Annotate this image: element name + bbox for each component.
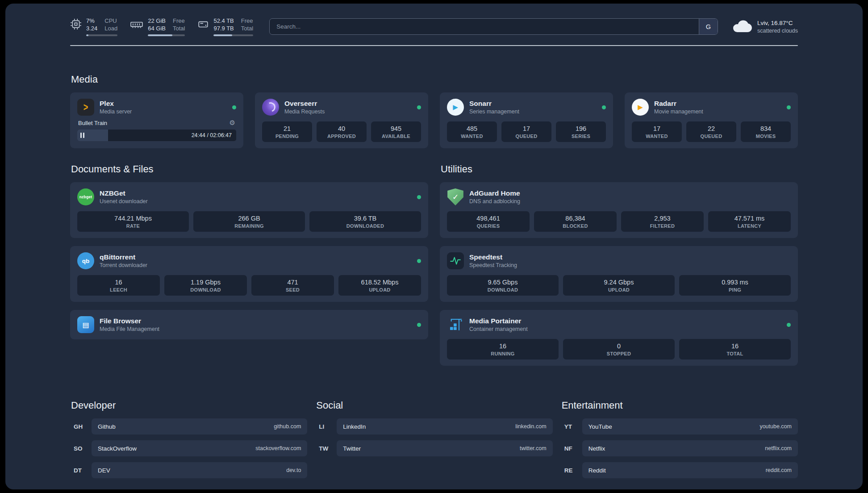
weather-widget: Lviv, 16.87°C scattered clouds (731, 19, 798, 35)
service-name: Media Portainer (469, 317, 528, 325)
qbittorrent-icon: qb (77, 252, 94, 269)
stat-block: 9.65 GbpsDOWNLOAD (447, 275, 559, 296)
service-card-speedtest[interactable]: Speedtest Speedtest Tracking 9.65 GbpsDO… (440, 246, 798, 302)
bookmark-abbr: LI (315, 423, 337, 430)
plex-now-playing: Bullet Train ⚙ 24:44 / 02:06:47 (77, 118, 236, 141)
bookmark-abbr: SO (70, 445, 92, 452)
service-name: Plex (100, 100, 132, 108)
bookmark-link-dev[interactable]: DEV dev.to (92, 462, 307, 478)
cpu-load-label: Load (104, 25, 117, 32)
service-desc: Series management (469, 109, 519, 115)
bookmark-group-developer: Developer GH Github github.com SO StackO… (70, 400, 307, 484)
bookmark-row: LI LinkedIn linkedin.com (315, 418, 552, 435)
bookmark-link-github[interactable]: Github github.com (92, 418, 307, 435)
service-card-adguard[interactable]: ✓ AdGuard Home DNS and adblocking 498,46… (440, 182, 798, 238)
service-card-sonarr[interactable]: ▶ Sonarr Series management 485WANTED 17Q… (440, 92, 613, 148)
memory-usage-bar (148, 34, 185, 36)
disk-usage-bar (213, 34, 253, 36)
stat-block: 0.993 msPING (679, 275, 791, 296)
service-name: Sonarr (469, 100, 519, 108)
bookmark-link-linkedin[interactable]: LinkedIn linkedin.com (337, 418, 552, 435)
service-card-overseerr[interactable]: Overseerr Media Requests 21PENDING 40APP… (255, 92, 428, 148)
bookmark-row: TW Twitter twitter.com (315, 440, 552, 456)
stat-block: 0STOPPED (563, 339, 675, 359)
stat-block: 498,461QUERIES (447, 211, 530, 232)
bookmark-abbr: GH (70, 423, 92, 430)
bookmark-link-reddit[interactable]: Reddit reddit.com (582, 462, 798, 478)
stat-block: 16TOTAL (679, 339, 791, 359)
service-card-qbittorrent[interactable]: qb qBittorrent Torrent downloader 16LEEC… (70, 246, 428, 302)
service-card-nzbget[interactable]: nzbget NZBGet Usenet downloader 744.21 M… (70, 182, 428, 238)
section-title-utilities: Utilities (441, 163, 798, 175)
stat-block: 86,384BLOCKED (534, 211, 617, 232)
bookmark-group-social: Social LI LinkedIn linkedin.com TW Twitt… (315, 400, 552, 484)
bookmark-abbr: NF (561, 445, 582, 452)
memory-total: 64 GiB (148, 25, 166, 32)
service-name: Radarr (654, 100, 703, 108)
service-desc: Usenet downloader (100, 198, 148, 205)
disk-widget: 52.4 TB 97.9 TB Free Total (197, 17, 253, 36)
stat-block: 39.6 TBDOWNLOADED (309, 211, 421, 232)
stat-block: 9.24 GbpsUPLOAD (563, 275, 675, 296)
playback-progress-bar[interactable]: 24:44 / 02:06:47 (77, 130, 236, 141)
service-name: AdGuard Home (469, 189, 520, 197)
now-playing-title: Bullet Train (78, 120, 107, 126)
stat-block: 471SEED (251, 275, 334, 296)
service-name: Speedtest (469, 253, 517, 261)
status-dot (602, 105, 606, 109)
status-dot (417, 105, 421, 109)
gear-icon[interactable]: ⚙ (230, 119, 235, 127)
service-desc: Container management (469, 326, 528, 332)
search-box: G (269, 18, 718, 35)
section-title-documents: Documents & Files (71, 163, 428, 175)
bookmark-group-entertainment: Entertainment YT YouTube youtube.com NF … (561, 400, 798, 484)
radarr-icon: ▶ (632, 99, 649, 116)
disk-icon (197, 18, 209, 32)
bookmark-link-netflix[interactable]: Netflix netflix.com (582, 440, 798, 456)
service-desc: DNS and adblocking (469, 198, 520, 205)
bookmark-row: RE Reddit reddit.com (561, 462, 798, 478)
weather-condition: scattered clouds (757, 27, 798, 34)
bookmark-link-twitter[interactable]: Twitter twitter.com (337, 440, 552, 456)
playback-time: 24:44 / 02:06:47 (192, 132, 232, 138)
service-card-portainer[interactable]: Media Portainer Container management 16R… (440, 310, 798, 366)
cpu-usage-bar (86, 34, 117, 36)
cpu-load: 3.24 (86, 25, 97, 32)
section-title-developer: Developer (71, 400, 307, 411)
section-title-social: Social (316, 400, 552, 411)
disk-total: 97.9 TB (213, 25, 234, 32)
pause-icon[interactable] (80, 133, 84, 138)
bookmark-link-stackoverflow[interactable]: StackOverflow stackoverflow.com (92, 440, 307, 456)
service-name: NZBGet (100, 189, 148, 197)
disk-free-label: Free (241, 17, 253, 25)
memory-total-label: Total (173, 25, 185, 32)
service-card-radarr[interactable]: ▶ Radarr Movie management 17WANTED 22QUE… (625, 92, 798, 148)
stat-block: 47.571 msLATENCY (708, 211, 791, 232)
service-name: File Browser (100, 317, 159, 325)
stat-block: 16LEECH (77, 275, 160, 296)
search-provider-button[interactable]: G (699, 19, 718, 34)
stat-block: 834MOVIES (741, 121, 791, 142)
stat-block: 21PENDING (262, 121, 312, 142)
service-card-filebrowser[interactable]: ▤ File Browser Media File Management (70, 310, 428, 339)
stat-block: 22QUEUED (686, 121, 736, 142)
adguard-shield-icon: ✓ (447, 188, 464, 205)
bookmark-link-youtube[interactable]: YouTube youtube.com (582, 418, 798, 435)
memory-widget: 22 GiB 64 GiB Free Total (130, 17, 185, 36)
search-input[interactable] (269, 18, 718, 35)
service-card-plex[interactable]: > Plex Media server Bullet Train ⚙ (70, 92, 243, 148)
cloud-icon (731, 19, 752, 35)
bookmark-row: GH Github github.com (70, 418, 307, 435)
section-utilities: Utilities ✓ AdGuard Home DNS and adblock… (440, 163, 798, 374)
speedtest-icon (447, 252, 464, 269)
weather-location: Lviv, 16.87°C (757, 19, 798, 27)
section-title-media: Media (71, 74, 798, 85)
stat-block: 196SERIES (556, 121, 606, 142)
bookmark-row: SO StackOverflow stackoverflow.com (70, 440, 307, 456)
stat-block: 945AVAILABLE (371, 121, 421, 142)
stat-block: 2,953FILTERED (621, 211, 704, 232)
service-desc: Torrent downloader (100, 262, 147, 268)
service-name: qBittorrent (100, 253, 147, 261)
service-name: Overseerr (284, 100, 325, 108)
stat-block: 16RUNNING (447, 339, 559, 359)
